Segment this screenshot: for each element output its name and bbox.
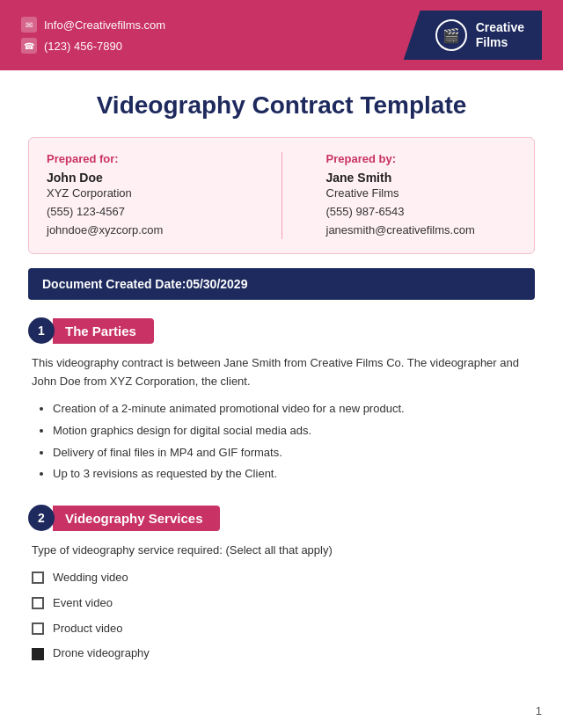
bullet-1: Creation of a 2-minute animated promotio… bbox=[53, 400, 531, 419]
prepared-for-name: John Doe bbox=[47, 171, 238, 185]
email-contact: ✉ Info@Creativefilms.com bbox=[21, 17, 165, 33]
header-email: Info@Creativefilms.com bbox=[44, 18, 165, 32]
prepared-for-label: Prepared for: bbox=[47, 152, 238, 165]
section-2-title: Videography Services bbox=[53, 506, 220, 531]
checkbox-wedding-box[interactable] bbox=[32, 571, 44, 584]
prepared-by-phone: (555) 987-6543 bbox=[326, 203, 517, 222]
logo-area: 🎬 Creative Films bbox=[404, 11, 542, 60]
page-title: Videography Contract Template bbox=[28, 91, 535, 120]
section-1-text: This videography contract is between Jan… bbox=[32, 354, 531, 391]
phone-icon: ☎ bbox=[21, 38, 37, 54]
prepared-box: Prepared for: John Doe XYZ Corporation (… bbox=[28, 137, 535, 254]
header-contact-info: ✉ Info@Creativefilms.com ☎ (123) 456-789… bbox=[21, 17, 165, 54]
checkbox-event[interactable]: Event video bbox=[32, 594, 531, 613]
checkbox-event-box[interactable] bbox=[32, 597, 44, 609]
date-value: 05/30/2029 bbox=[186, 277, 247, 291]
section-1-number: 1 bbox=[28, 317, 55, 344]
section-2-header: 2 Videography Services bbox=[28, 505, 535, 531]
bullet-4: Up to 3 revisions as requested by the Cl… bbox=[53, 465, 531, 484]
prepared-for-company: XYZ Corporation bbox=[47, 185, 238, 203]
checkbox-product-box[interactable] bbox=[32, 622, 44, 635]
section-1-bullets: Creation of a 2-minute animated promotio… bbox=[32, 400, 531, 484]
checkbox-event-label: Event video bbox=[53, 594, 113, 613]
service-type-label: Type of videography service required: (S… bbox=[32, 542, 531, 560]
bullet-3: Delivery of final files in MP4 and GIF f… bbox=[53, 444, 531, 462]
section-1-header: 1 The Parties bbox=[28, 317, 535, 344]
prepared-by-label: Prepared by: bbox=[326, 152, 517, 165]
section-2-body: Type of videography service required: (S… bbox=[28, 542, 535, 663]
email-icon: ✉ bbox=[21, 17, 37, 33]
phone-contact: ☎ (123) 456-7890 bbox=[21, 38, 165, 54]
section-1-body: This videography contract is between Jan… bbox=[28, 354, 535, 484]
date-label: Document Created Date: bbox=[42, 277, 186, 291]
checkbox-product[interactable]: Product video bbox=[32, 620, 531, 638]
prepared-by-company: Creative Films bbox=[326, 185, 517, 203]
logo-text: Creative Films bbox=[476, 20, 524, 50]
checkbox-wedding-label: Wedding video bbox=[53, 569, 128, 587]
date-bar: Document Created Date:05/30/2029 bbox=[28, 268, 535, 300]
checkbox-product-label: Product video bbox=[53, 620, 123, 638]
page-number: 1 bbox=[536, 704, 542, 717]
main-content: Videography Contract Template Prepared f… bbox=[0, 70, 563, 719]
logo-icon: 🎬 bbox=[435, 19, 467, 51]
prepared-for-email: johndoe@xyzcorp.com bbox=[47, 222, 238, 240]
prepared-for-col: Prepared for: John Doe XYZ Corporation (… bbox=[47, 152, 238, 239]
section-1-title: The Parties bbox=[53, 318, 154, 344]
header: ✉ Info@Creativefilms.com ☎ (123) 456-789… bbox=[0, 0, 563, 70]
section-2: 2 Videography Services Type of videograp… bbox=[28, 505, 535, 663]
checkbox-drone[interactable]: Drone videography bbox=[32, 644, 531, 663]
bullet-2: Motion graphics design for digital socia… bbox=[53, 422, 531, 440]
checkbox-drone-label: Drone videography bbox=[53, 644, 150, 663]
section-2-number: 2 bbox=[28, 505, 55, 531]
prepared-by-name: Jane Smith bbox=[326, 171, 517, 185]
checkbox-wedding[interactable]: Wedding video bbox=[32, 569, 531, 587]
section-1: 1 The Parties This videography contract … bbox=[28, 317, 535, 484]
prepared-by-col: Prepared by: Jane Smith Creative Films (… bbox=[326, 152, 517, 239]
prepared-by-email: janesmith@creativefilms.com bbox=[326, 222, 517, 240]
prepared-for-phone: (555) 123-4567 bbox=[47, 203, 238, 222]
prepared-divider bbox=[282, 152, 282, 239]
checkbox-drone-box[interactable] bbox=[32, 648, 44, 660]
header-phone: (123) 456-7890 bbox=[44, 40, 122, 53]
